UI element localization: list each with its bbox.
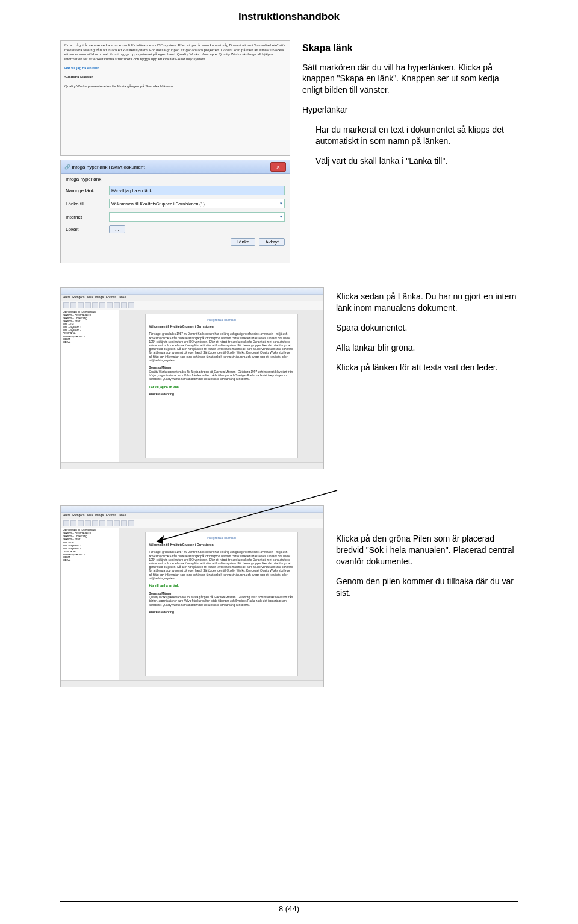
- section3-p2: Genom den pilen kommer du tillbaka där d…: [336, 576, 518, 599]
- section2-p3: Alla länkar blir gröna.: [336, 342, 518, 354]
- page-title: Instruktionshandbok: [60, 11, 518, 23]
- link-button[interactable]: Länka: [231, 238, 256, 246]
- screenshot-app-window-2: ArkivRedigeraVisaInfogaFormatTabell Välk…: [60, 505, 324, 687]
- document-view: Integrerad manual Välkommen till Kvalite…: [145, 314, 298, 458]
- header-rule: [60, 28, 518, 28]
- select-target[interactable]: Välkommen till KvalitetsGruppen i Garnis…: [109, 199, 285, 208]
- section2-p1: Klicka sedan på Länka. Du har nu gjort e…: [336, 291, 518, 314]
- section1-p1: Sätt markören där du vill ha hyperlänken…: [302, 62, 518, 96]
- section-heading-skapa-lank: Skapa länk: [302, 42, 518, 55]
- label-target: Länka till: [66, 201, 105, 207]
- dialog-title: Infoga hyperlänk i aktivt dokument: [72, 164, 144, 170]
- label-name: Namnge länk: [66, 188, 105, 193]
- doc-line2: Quality Works presenterades för första g…: [64, 84, 173, 88]
- browse-button[interactable]: ...: [109, 225, 125, 233]
- tree-panel: Välkommen till Garnisionen Sektion – His…: [61, 310, 119, 462]
- chevron-down-icon: ▾: [280, 201, 282, 206]
- chevron-down-icon: ▾: [280, 214, 282, 219]
- page-number: 8 (44): [0, 904, 578, 913]
- menu-bar: ArkivRedigeraVisaInfogaFormatTabell: [61, 295, 323, 301]
- section2-p4: Klicka på länken för att testa vart den …: [336, 362, 518, 373]
- input-name[interactable]: Här vill jag ha en länk: [109, 186, 285, 195]
- section1-p3: Välj vart du skall länka i "Länka till".: [315, 155, 518, 167]
- section3-p1: Klicka på den gröna Pilen som är placera…: [336, 533, 518, 567]
- section1-sub: Hyperlänkar: [302, 104, 518, 116]
- dialog-subtitle: Infoga hyperlänk: [66, 176, 285, 182]
- close-icon[interactable]: X: [270, 162, 286, 172]
- label-internet: Internet: [66, 214, 105, 220]
- screenshot-hyperlink-dialog: 🔗 Infoga hyperlänk i aktivt dokument X I…: [60, 160, 290, 263]
- section1-p2: Har du markerat en text i dokumentet så …: [315, 124, 518, 147]
- footer-rule: [60, 901, 518, 902]
- cancel-button[interactable]: Avbryt: [259, 238, 285, 246]
- select-internet[interactable]: ▾: [109, 212, 285, 222]
- screenshot-document-crop: för att något år senare verka som konsul…: [60, 40, 290, 156]
- section2-p2: Spara dokumentet.: [336, 322, 518, 334]
- toolbar: [61, 301, 323, 310]
- doc-heading2: Svenska Mässan: [64, 75, 93, 79]
- hyperlink-sample: Här vill jag ha en länk: [64, 66, 99, 70]
- label-local: Lokalt: [66, 226, 105, 232]
- window-icon: 🔗: [64, 164, 70, 170]
- screenshot-app-window: ArkivRedigeraVisaInfogaFormatTabell Välk…: [60, 287, 324, 469]
- doc-body-text: för att något år senare verka som konsul…: [64, 43, 285, 61]
- green-link: Här vill jag ha en länk: [149, 386, 179, 389]
